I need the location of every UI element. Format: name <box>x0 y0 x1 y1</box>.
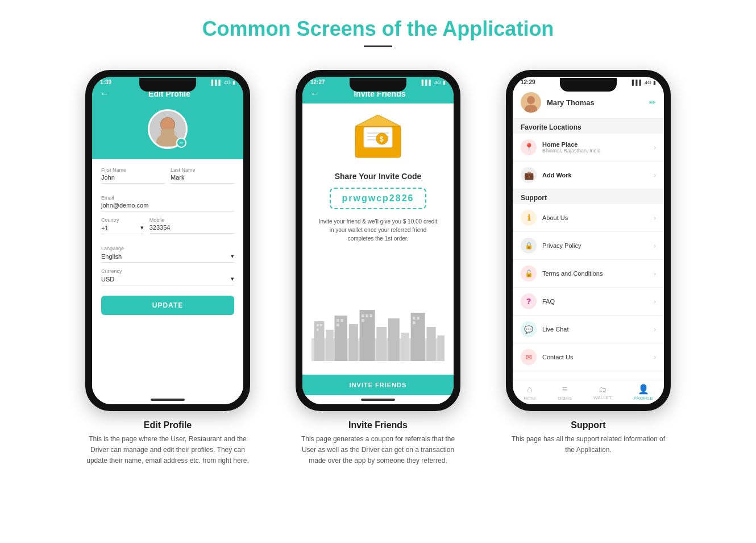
phone2-back-btn[interactable]: ← <box>310 89 319 99</box>
phone2-time: 12:27 <box>310 79 325 85</box>
phone3-avatar <box>521 92 541 113</box>
phone3-signal: ▌▌▌ <box>632 80 643 85</box>
update-button[interactable]: UPDATE <box>101 296 234 315</box>
invite-code[interactable]: prwgwcp2826 <box>330 188 427 209</box>
last-name-field: Last Name Mark <box>171 167 234 184</box>
svg-rect-34 <box>413 317 416 320</box>
phone3-time: 12:29 <box>521 79 535 85</box>
svg-rect-35 <box>417 317 419 320</box>
phone1-home-indicator <box>151 399 185 401</box>
live-chat-item[interactable]: 💬 Live Chat › <box>513 316 664 343</box>
phone3-support-content: Favorite Locations 📍 Home Place Bhinmal,… <box>513 119 664 379</box>
phone1-nav-bar: ← Edit Profile <box>92 86 243 103</box>
contact-us-item[interactable]: ✉ Contact Us › <box>513 343 664 371</box>
terms-chevron: › <box>654 270 656 277</box>
phone3-user-name: Mary Thomas <box>547 98 649 107</box>
city-silhouette <box>311 304 445 363</box>
tab-home[interactable]: ⌂ Home <box>524 384 535 401</box>
phone2-shell: 12:27 ◀ Search ▌▌▌ 4G ▮ ← Invite Friends <box>296 70 460 411</box>
about-us-label: About Us <box>542 214 654 221</box>
phone1-back-btn[interactable]: ← <box>100 89 109 99</box>
fav-home-chevron: › <box>654 144 656 151</box>
fav-home-icon-circle: 📍 <box>521 139 537 155</box>
mobile-value[interactable]: 323354 <box>149 224 234 234</box>
tab-profile[interactable]: 👤 PROFILE <box>633 384 653 401</box>
about-us-icon-circle: ℹ <box>521 210 537 226</box>
contact-label: Contact Us <box>542 354 654 360</box>
currency-value: USD <box>101 276 114 283</box>
phone2-caption-text: This page generates a coupon for referra… <box>296 434 460 467</box>
country-chevron: ▾ <box>140 224 144 231</box>
invite-friends-button[interactable]: INVITE FRIENDS <box>302 375 454 395</box>
phone1-status-bar: 1:39 ◀ Search ▌▌▌ 4G ▮ <box>92 77 243 86</box>
terms-item[interactable]: 🔓 Terms and Conditions › <box>513 260 664 288</box>
phone3-edit-pencil[interactable]: ✏ <box>649 98 656 107</box>
phone3-caption-text: This page has all the support related in… <box>506 434 671 455</box>
contact-icon-circle: ✉ <box>521 349 537 365</box>
tab-orders[interactable]: ≡ Orders <box>558 384 571 401</box>
language-dropdown[interactable]: English ▾ <box>101 252 234 263</box>
phone1-network: 4G <box>224 80 231 85</box>
phone3-profile-bar: Mary Thomas ✏ <box>513 86 664 119</box>
phone3-network: 4G <box>645 80 651 85</box>
phone2-nav-title: Invite Friends <box>325 89 434 98</box>
phone1-screen: 1:39 ◀ Search ▌▌▌ 4G ▮ ← Edit Profile <box>92 77 243 404</box>
phone3-avatar-image <box>521 92 541 113</box>
svg-rect-26 <box>317 329 319 331</box>
currency-label: Currency <box>101 268 234 274</box>
terms-icon-circle: 🔓 <box>521 266 537 281</box>
phone1-home-bar <box>92 395 243 404</box>
svg-rect-25 <box>319 324 322 326</box>
country-mobile-row: Country +1 ▾ Mobile 323354 <box>101 217 234 240</box>
svg-rect-17 <box>360 310 375 361</box>
title-underline <box>364 45 392 47</box>
svg-rect-23 <box>437 335 445 361</box>
about-us-icon: ℹ <box>527 213 530 222</box>
email-value[interactable]: john@demo.com <box>101 202 234 212</box>
country-value[interactable]: +1 ▾ <box>101 224 144 234</box>
svg-rect-33 <box>362 319 364 322</box>
phone1-caption: Edit Profile This is the page where the … <box>85 420 250 467</box>
first-name-value[interactable]: John <box>101 174 165 184</box>
invite-title: Share Your Invite Code <box>335 172 422 181</box>
svg-rect-3 <box>161 129 175 140</box>
faq-item[interactable]: ? FAQ › <box>513 288 664 316</box>
currency-dropdown[interactable]: USD ▾ <box>101 275 234 285</box>
fav-home-item[interactable]: 📍 Home Place Bhinmal, Rajasthan, India › <box>513 134 664 161</box>
phone2-nav-bar: ← Invite Friends <box>302 86 454 103</box>
phone3-battery: ▮ <box>653 80 656 85</box>
phone2-caption-title: Invite Friends <box>296 420 460 430</box>
phone3-status-icons: ▌▌▌ 4G ▮ <box>632 80 656 85</box>
fav-home-sublabel: Bhinmal, Rajasthan, India <box>542 148 654 154</box>
avatar-edit-badge[interactable]: ✏ <box>176 138 186 148</box>
tab-orders-label: Orders <box>558 396 571 401</box>
phone2-caption: Invite Friends This page generates a cou… <box>296 420 460 467</box>
phone1-form: First Name John Last Name Mark Email joh… <box>92 159 243 395</box>
invite-content: $ Share Your Invite Code prwgwcp2826 Inv… <box>302 103 454 375</box>
first-name-field: First Name John <box>101 167 165 184</box>
phone2-status-bar: 12:27 ◀ Search ▌▌▌ 4G ▮ <box>302 77 454 86</box>
svg-rect-20 <box>401 333 409 361</box>
mobile-label: Mobile <box>149 217 234 223</box>
phone3-caption: Support This page has all the support re… <box>506 420 671 455</box>
tab-wallet[interactable]: 🗂 WALLET <box>593 385 612 400</box>
fav-work-label: Add Work <box>542 172 654 179</box>
fav-work-item[interactable]: 💼 Add Work › <box>513 161 664 189</box>
svg-rect-29 <box>337 324 339 326</box>
page-title: Common Screens of the Application <box>202 17 554 41</box>
phone1-status-icons: ▌▌▌ 4G ▮ <box>211 80 235 85</box>
invite-envelope-icon: $ <box>352 115 404 163</box>
live-chat-label: Live Chat <box>542 326 654 333</box>
favorites-section-header: Favorite Locations <box>513 119 664 134</box>
about-us-item[interactable]: ℹ About Us › <box>513 204 664 232</box>
first-name-label: First Name <box>101 167 165 173</box>
language-label: Language <box>101 246 234 251</box>
fav-work-icon-circle: 💼 <box>521 167 537 183</box>
last-name-value[interactable]: Mark <box>171 174 234 184</box>
live-chat-chevron: › <box>654 326 656 333</box>
language-chevron: ▾ <box>231 252 234 260</box>
privacy-policy-item[interactable]: 🔒 Privacy Policy › <box>513 232 664 260</box>
phone2-signal: ▌▌▌ <box>422 80 433 85</box>
tab-profile-label: PROFILE <box>633 396 653 401</box>
svg-rect-31 <box>365 314 368 317</box>
